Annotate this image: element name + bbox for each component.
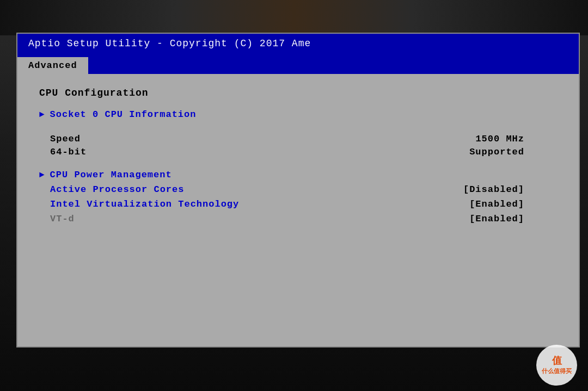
arrow-icon-2: ► [39, 170, 45, 180]
bit-label: 64-bit [50, 147, 87, 157]
socket-cpu-info-item[interactable]: ► Socket 0 CPU Information [39, 109, 557, 120]
bit-value: Supported [469, 147, 524, 157]
active-cores-value: [Disabled] [463, 184, 524, 195]
spacer1 [39, 124, 557, 134]
section-title: CPU Configuration [39, 88, 557, 98]
active-cores-row[interactable]: Active Processor Cores [Disabled] [39, 184, 557, 195]
watermark-text: 什么值得买 [542, 368, 572, 375]
bios-title-bar: Aptio Setup Utility - Copyright (C) 2017… [17, 34, 579, 53]
cpu-power-item[interactable]: ► CPU Power Management [39, 170, 557, 180]
vt-label: Intel Virtualization Technology [50, 199, 239, 209]
vt-value: [Enabled] [469, 199, 524, 209]
watermark-icon: 值 [552, 355, 562, 368]
vtd-row[interactable]: VT-d [Enabled] [39, 214, 557, 224]
arrow-icon: ► [39, 110, 45, 120]
spacer2 [39, 160, 557, 170]
tab-advanced[interactable]: Advanced [17, 57, 88, 74]
bit-row: 64-bit Supported [39, 147, 557, 157]
speed-value: 1500 MHz [475, 134, 524, 144]
bios-content: CPU Configuration ► Socket 0 CPU Informa… [17, 74, 579, 343]
vtd-value: [Enabled] [469, 214, 524, 224]
active-cores-label: Active Processor Cores [50, 184, 184, 195]
photo-top-area [0, 0, 588, 35]
speed-row: Speed 1500 MHz [39, 134, 557, 144]
cpu-power-label: CPU Power Management [50, 170, 172, 180]
socket-cpu-info-label: Socket 0 CPU Information [50, 109, 197, 120]
watermark: 值 什么值得买 [536, 345, 577, 386]
vtd-label: VT-d [50, 214, 75, 224]
bios-window: Aptio Setup Utility - Copyright (C) 2017… [16, 33, 580, 347]
vt-row[interactable]: Intel Virtualization Technology [Enabled… [39, 199, 557, 209]
bios-title-text: Aptio Setup Utility - Copyright (C) 2017… [28, 38, 311, 49]
bios-tab-bar: Advanced [17, 53, 579, 74]
speed-label: Speed [50, 134, 81, 144]
